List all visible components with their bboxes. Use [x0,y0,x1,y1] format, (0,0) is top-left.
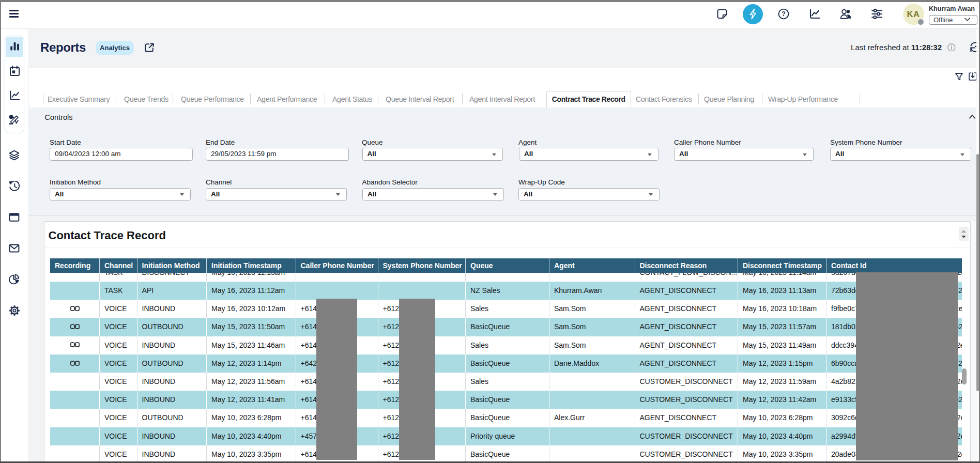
svg-text:?: ? [782,10,786,18]
